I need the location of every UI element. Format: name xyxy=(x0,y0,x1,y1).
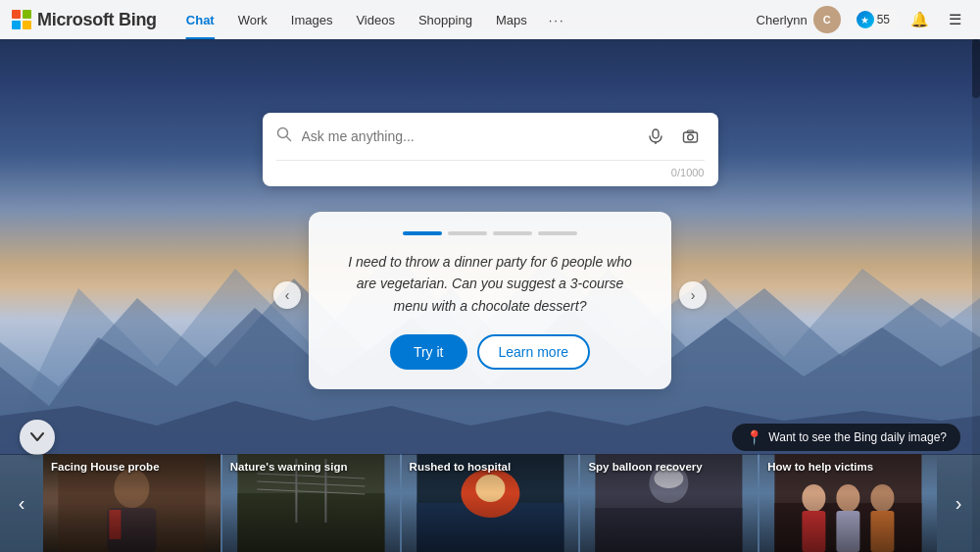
reward-icon: ★ xyxy=(857,11,874,28)
location-icon: 📍 xyxy=(746,429,762,445)
scrollbar-thumb[interactable] xyxy=(972,39,980,98)
dot-4 xyxy=(538,231,577,235)
news-card-2[interactable]: Nature's warning sign xyxy=(222,454,400,552)
news-prev-button[interactable]: ‹ xyxy=(0,454,43,552)
nav-videos[interactable]: Videos xyxy=(346,9,405,31)
news-card-3[interactable]: Rushed to hospital xyxy=(402,454,579,552)
news-card-4[interactable]: Spy balloon recovery xyxy=(580,454,758,552)
daily-image-banner[interactable]: 📍 Want to see the Bing daily image? xyxy=(732,424,960,451)
try-it-button[interactable]: Try it xyxy=(390,334,467,370)
brand-name: Microsoft Bing xyxy=(37,10,157,30)
nav-items: Chat Work Images Videos Shopping Maps ··… xyxy=(176,9,757,31)
nav-right: Cherlynn C ★ 55 🔔 ☰ xyxy=(757,6,968,33)
hamburger-menu-button[interactable]: ☰ xyxy=(941,6,968,33)
points-value: 55 xyxy=(877,13,890,26)
dot-2 xyxy=(448,231,487,235)
nav-shopping[interactable]: Shopping xyxy=(409,9,482,31)
daily-image-text: Want to see the Bing daily image? xyxy=(768,430,947,444)
dot-3 xyxy=(493,231,532,235)
notifications-button[interactable]: 🔔 xyxy=(906,6,933,33)
logo-red xyxy=(12,10,21,19)
search-input[interactable] xyxy=(302,128,632,144)
news-cards: Facing House probe Nature xyxy=(43,454,937,552)
search-container: 0/1000 xyxy=(263,113,718,186)
suggestion-text: I need to throw a dinner party for 6 peo… xyxy=(332,251,648,317)
nav-chat[interactable]: Chat xyxy=(176,9,224,31)
news-card-3-title: Rushed to hospital xyxy=(410,460,571,475)
scrollbar[interactable] xyxy=(972,39,980,552)
svg-line-5 xyxy=(286,137,290,141)
card-next-button[interactable]: › xyxy=(679,281,707,309)
microphone-button[interactable] xyxy=(642,123,669,150)
news-card-2-title: Nature's warning sign xyxy=(230,460,392,475)
nav-maps[interactable]: Maps xyxy=(486,9,537,31)
news-row: ‹ Facing House probe xyxy=(0,454,980,552)
user-name: Cherlynn xyxy=(757,13,808,27)
logo-yellow xyxy=(23,21,31,29)
news-card-5-title: How to help victims xyxy=(767,460,929,475)
svg-rect-10 xyxy=(688,130,694,133)
news-card-1-title: Facing House probe xyxy=(51,460,213,475)
logo-green xyxy=(23,10,31,19)
card-dots xyxy=(332,231,648,235)
points-badge[interactable]: ★ 55 xyxy=(849,9,898,30)
card-actions: Try it Learn more xyxy=(332,334,648,370)
search-input-row xyxy=(263,113,718,160)
nav-images[interactable]: Images xyxy=(281,9,343,31)
top-navigation: Microsoft Bing Chat Work Images Videos S… xyxy=(0,0,980,39)
search-char-count: 0/1000 xyxy=(263,161,718,186)
search-icon xyxy=(276,126,292,146)
card-prev-button[interactable]: ‹ xyxy=(273,281,301,309)
bottom-section: 📍 Want to see the Bing daily image? ‹ Fa… xyxy=(0,439,980,552)
logo[interactable]: Microsoft Bing xyxy=(12,10,157,30)
scroll-down-button[interactable] xyxy=(20,420,55,455)
logo-blue xyxy=(12,21,21,29)
news-card-4-title: Spy balloon recovery xyxy=(588,460,750,475)
microsoft-logo xyxy=(12,10,31,29)
svg-rect-8 xyxy=(684,132,698,142)
learn-more-button[interactable]: Learn more xyxy=(477,334,591,370)
news-card-1[interactable]: Facing House probe xyxy=(43,454,220,552)
svg-rect-6 xyxy=(653,129,659,138)
camera-button[interactable] xyxy=(677,123,705,150)
user-info[interactable]: Cherlynn C xyxy=(757,6,841,33)
user-avatar: C xyxy=(813,6,841,33)
nav-work[interactable]: Work xyxy=(228,9,277,31)
news-card-5[interactable]: How to help victims xyxy=(760,454,937,552)
suggestion-card-wrapper: I need to throw a dinner party for 6 peo… xyxy=(309,200,671,389)
dot-1 xyxy=(403,231,442,235)
nav-more-button[interactable]: ··· xyxy=(541,9,573,31)
svg-point-9 xyxy=(688,134,694,140)
search-actions xyxy=(642,123,705,150)
suggestion-card: I need to throw a dinner party for 6 peo… xyxy=(309,212,671,389)
